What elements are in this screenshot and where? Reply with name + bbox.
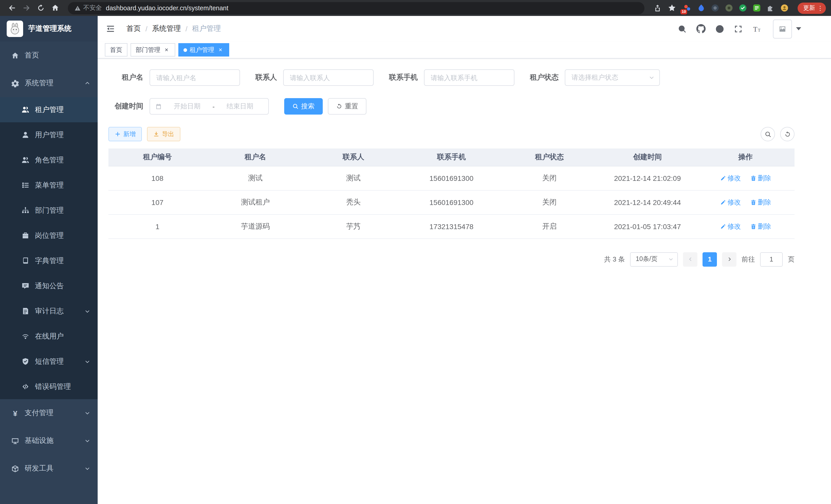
help-icon[interactable]: ? <box>715 24 724 33</box>
address-bar[interactable]: 不安全 dashboard.yudao.iocoder.cn/system/te… <box>68 2 644 14</box>
bookmark-star-icon[interactable] <box>665 1 678 14</box>
sidebar-item-role-management[interactable]: 角色管理 <box>0 147 98 173</box>
back-icon[interactable] <box>5 1 19 14</box>
pencil-icon <box>720 175 726 181</box>
sidebar-item-dev-tools[interactable]: 研发工具 <box>0 455 98 482</box>
edit-link[interactable]: 修改 <box>720 173 741 183</box>
roles-icon <box>22 156 29 164</box>
sidebar-menu: 首页 系统管理 租户管理 用户管理 角色管理 <box>0 41 98 504</box>
search-button[interactable]: 搜索 <box>284 98 323 115</box>
browser-menu-icon[interactable]: ⋮ <box>816 4 823 11</box>
tag-dept-management[interactable]: 部门管理 × <box>131 43 175 57</box>
broken-image-icon <box>779 25 786 33</box>
sidebar-item-error-code-management[interactable]: 错误码管理 <box>0 374 98 399</box>
sidebar-item-sms-management[interactable]: 短信管理 <box>0 349 98 374</box>
contact-label: 联系人 <box>255 73 277 82</box>
svg-text:?: ? <box>718 26 721 31</box>
user-avatar-menu[interactable] <box>773 19 801 38</box>
delete-link[interactable]: 删除 <box>750 173 771 183</box>
close-icon[interactable]: × <box>217 46 224 53</box>
next-page-button[interactable] <box>722 252 737 266</box>
sidebar-item-label: 在线用户 <box>35 332 64 341</box>
sidebar-item-infrastructure[interactable]: 基础设施 <box>0 427 98 455</box>
toggle-search-button[interactable] <box>761 127 775 141</box>
error-code-icon <box>22 383 29 390</box>
extensions-cluster: 10 <box>683 4 789 12</box>
sidebar-item-user-management[interactable]: 用户管理 <box>0 122 98 147</box>
header-search-icon[interactable] <box>678 24 687 33</box>
chevron-down-icon <box>84 438 90 444</box>
extensions-puzzle-icon[interactable] <box>766 4 775 12</box>
edit-link[interactable]: 修改 <box>720 198 741 207</box>
delete-link[interactable]: 删除 <box>750 198 771 207</box>
page-number-button[interactable]: 1 <box>703 252 717 266</box>
sidebar-item-label: 审计日志 <box>35 306 64 316</box>
reload-icon[interactable] <box>34 1 47 14</box>
prev-page-button[interactable] <box>683 252 697 266</box>
sidebar-item-post-management[interactable]: 岗位管理 <box>0 223 98 248</box>
goto-page-input[interactable] <box>760 252 783 266</box>
cell-created: 2021-12-14 20:49:44 <box>598 190 696 214</box>
sidebar-item-audit-log[interactable]: 审计日志 <box>0 298 98 324</box>
forward-icon[interactable] <box>20 1 33 14</box>
add-button[interactable]: 新增 <box>109 127 142 141</box>
delete-link-label: 删除 <box>758 173 771 183</box>
sidebar-item-menu-management[interactable]: 菜单管理 <box>0 173 98 198</box>
share-icon[interactable] <box>651 1 664 14</box>
end-date-placeholder[interactable]: 结束日期 <box>217 102 263 111</box>
breadcrumb-home[interactable]: 首页 <box>126 24 141 33</box>
refresh-table-button[interactable] <box>780 127 795 141</box>
sidebar-item-dept-management[interactable]: 部门管理 <box>0 198 98 223</box>
chrome-update-button[interactable]: 更新 ⋮ <box>798 2 826 13</box>
export-button-label: 导出 <box>162 130 174 139</box>
extension-icon-3[interactable] <box>711 4 719 12</box>
sidebar-item-dict-management[interactable]: 字典管理 <box>0 248 98 273</box>
mobile-input[interactable] <box>424 69 514 86</box>
sidebar-item-system-management[interactable]: 系统管理 <box>0 69 98 97</box>
cell-tenant-id: 107 <box>109 190 206 214</box>
extension-icon-1[interactable]: 10 <box>683 4 692 12</box>
tag-label: 部门管理 <box>136 46 160 54</box>
sidebar: 芋道管理系统 首页 系统管理 租户管理 用户管理 <box>0 16 98 504</box>
security-warning[interactable]: 不安全 <box>75 4 102 12</box>
fullscreen-icon[interactable] <box>734 24 743 33</box>
reset-button[interactable]: 重置 <box>328 98 366 115</box>
sidebar-collapse-icon[interactable] <box>98 16 123 41</box>
page-size-select[interactable]: 10条/页 <box>630 252 678 266</box>
sidebar-item-home[interactable]: 首页 <box>0 41 98 69</box>
sidebar-item-tenant-management[interactable]: 租户管理 <box>0 97 98 122</box>
extension-icon-6[interactable] <box>752 4 761 12</box>
export-button[interactable]: 导出 <box>147 127 180 141</box>
avatar[interactable] <box>773 19 792 38</box>
user-icon <box>22 131 29 139</box>
close-icon[interactable]: × <box>163 46 170 53</box>
caret-down-icon[interactable] <box>796 27 801 30</box>
sidebar-item-notice[interactable]: 通知公告 <box>0 273 98 298</box>
start-date-placeholder[interactable]: 开始日期 <box>164 102 210 111</box>
breadcrumb-system[interactable]: 系统管理 <box>152 24 181 33</box>
github-icon[interactable] <box>696 24 706 33</box>
contact-input[interactable] <box>283 69 374 86</box>
gear-icon <box>11 79 19 87</box>
profile-avatar-icon[interactable] <box>780 4 789 12</box>
sidebar-item-payment-management[interactable]: ¥ 支付管理 <box>0 399 98 427</box>
home-button-icon[interactable] <box>48 1 62 14</box>
sidebar-item-label: 基础设施 <box>25 436 53 445</box>
tag-home[interactable]: 首页 <box>105 43 127 57</box>
app-logo-row[interactable]: 芋道管理系统 <box>0 16 98 41</box>
edit-link[interactable]: 修改 <box>720 222 741 231</box>
status-select[interactable]: 请选择租户状态 <box>565 69 660 86</box>
extension-icon-5[interactable] <box>739 4 747 12</box>
sidebar-item-online-users[interactable]: 在线用户 <box>0 324 98 349</box>
tenant-table: 租户编号 租户名 联系人 联系手机 租户状态 创建时间 操作 108 测试 <box>109 148 795 239</box>
extension-icon-2[interactable] <box>697 4 706 12</box>
date-range-picker[interactable]: 开始日期 - 结束日期 <box>149 98 269 115</box>
font-size-icon[interactable]: TT <box>752 24 761 33</box>
tag-tenant-management[interactable]: 租户管理 × <box>178 43 229 57</box>
delete-link[interactable]: 删除 <box>750 222 771 231</box>
cell-actions: 修改 删除 <box>696 214 795 238</box>
tenant-name-input[interactable] <box>149 69 240 86</box>
pencil-icon <box>720 199 726 205</box>
tenant-name-label: 租户名 <box>109 73 143 82</box>
extension-icon-4[interactable] <box>725 4 733 12</box>
